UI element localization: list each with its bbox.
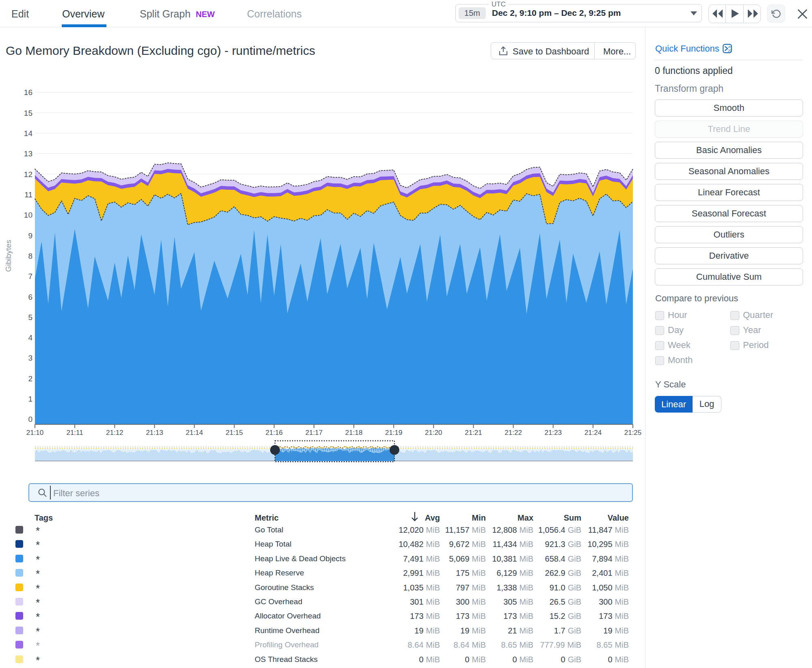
svg-text:21:13: 21:13 xyxy=(146,429,163,437)
svg-text:15: 15 xyxy=(24,109,32,117)
svg-text:1: 1 xyxy=(28,395,32,403)
svg-text:2: 2 xyxy=(28,374,32,383)
svg-text:21:23: 21:23 xyxy=(544,429,562,437)
svg-text:21:16: 21:16 xyxy=(266,429,283,437)
svg-text:21:17: 21:17 xyxy=(305,429,323,437)
svg-text:16: 16 xyxy=(24,88,32,97)
svg-text:21:12: 21:12 xyxy=(106,429,123,437)
svg-text:21:14: 21:14 xyxy=(186,429,203,437)
svg-text:21:21: 21:21 xyxy=(465,429,482,437)
svg-text:21:15: 21:15 xyxy=(225,429,243,437)
svg-text:8: 8 xyxy=(28,252,32,260)
svg-text:21:10: 21:10 xyxy=(26,429,44,437)
svg-text:13: 13 xyxy=(24,149,32,158)
svg-text:14: 14 xyxy=(24,129,33,138)
svg-text:21:18: 21:18 xyxy=(345,429,363,437)
svg-text:12: 12 xyxy=(24,170,32,179)
svg-text:3: 3 xyxy=(28,354,32,362)
svg-text:Gibibytes: Gibibytes xyxy=(4,240,13,272)
svg-text:10: 10 xyxy=(24,211,32,219)
svg-text:21:19: 21:19 xyxy=(385,429,403,437)
svg-text:21:25: 21:25 xyxy=(624,429,642,437)
svg-text:21:20: 21:20 xyxy=(425,429,442,437)
svg-text:6: 6 xyxy=(28,293,32,301)
svg-text:7: 7 xyxy=(28,272,32,281)
svg-text:21:11: 21:11 xyxy=(66,429,83,437)
svg-text:21:22: 21:22 xyxy=(505,429,522,437)
svg-text:11: 11 xyxy=(24,190,32,199)
svg-text:4: 4 xyxy=(28,333,32,342)
svg-text:9: 9 xyxy=(28,231,32,240)
svg-text:21:24: 21:24 xyxy=(585,429,602,437)
svg-text:0: 0 xyxy=(28,415,32,424)
svg-text:5: 5 xyxy=(28,313,32,322)
